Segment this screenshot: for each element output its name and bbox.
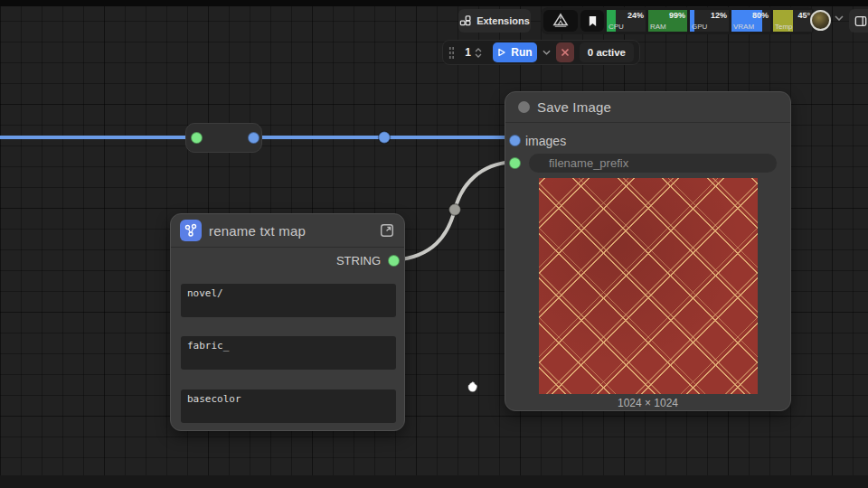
gpu-label: GPU [692, 23, 707, 31]
app-logo-icon [551, 13, 571, 29]
prefix-text-field[interactable]: fabric_ [181, 336, 396, 370]
batch-count-stepper[interactable]: 1 [459, 46, 487, 59]
temp-label: Temp [775, 23, 793, 31]
cpu-value: 24% [627, 11, 644, 20]
node-graph-icon [180, 220, 202, 241]
system-monitor-bar: CPU 24% RAM 99% GPU 12% VRAM 80% Temp 45… [541, 7, 815, 34]
link-dot-blue[interactable] [379, 132, 391, 144]
cpu-monitor: CPU 24% [607, 10, 646, 32]
string-output-socket[interactable] [388, 255, 400, 267]
save-image-node-header[interactable]: Save Image [505, 92, 790, 123]
panel-toggle-icon [854, 15, 867, 27]
run-button-label: Run [511, 46, 532, 59]
gpu-value: 12% [711, 11, 727, 20]
drag-handle[interactable] [448, 46, 454, 59]
extensions-label: Extensions [476, 15, 530, 26]
active-jobs-badge: 0 active [580, 42, 634, 62]
extensions-icon [459, 15, 471, 27]
gpu-monitor: GPU 12% [690, 10, 729, 32]
mini-node-input-socket[interactable] [248, 132, 259, 144]
rename-txt-map-node[interactable]: rename txt map STRING novel/ fabric_ bas… [170, 213, 405, 431]
run-options-chevron-icon[interactable] [542, 50, 551, 55]
stepper-down-icon[interactable] [475, 53, 482, 58]
user-avatar[interactable] [810, 10, 831, 31]
node-title: Save Image [537, 99, 611, 115]
saved-image-preview[interactable] [539, 178, 758, 394]
rename-node-header[interactable]: rename txt map [171, 214, 404, 248]
play-icon [497, 48, 506, 57]
images-input-label: images [525, 134, 566, 148]
image-dimensions-label: 1024 × 1024 [505, 397, 790, 409]
run-button[interactable]: Run [493, 42, 537, 62]
app-logo-button[interactable] [543, 10, 578, 32]
node-editor-canvas[interactable]: Save Image images filename_prefix 1024 ×… [0, 0, 868, 488]
filename-prefix-input-socket[interactable] [509, 157, 521, 169]
ram-label: RAM [650, 23, 666, 31]
string-output-label: STRING [336, 254, 381, 267]
avatar-chevron-down-icon[interactable] [835, 15, 844, 21]
mini-node-output-socket[interactable] [191, 132, 203, 144]
grab-hand-cursor [464, 379, 480, 395]
temp-monitor: Temp 45° [773, 10, 812, 32]
extensions-button[interactable]: Extensions [458, 9, 531, 33]
toggle-sidebar-button[interactable] [849, 9, 868, 33]
node-collapse-dot[interactable] [518, 101, 530, 113]
vram-monitor: VRAM 80% [731, 10, 770, 32]
path-text-field[interactable]: novel/ [181, 284, 396, 317]
close-icon [561, 48, 570, 57]
vram-value: 80% [752, 11, 769, 20]
ram-value: 99% [669, 11, 685, 20]
batch-count-value: 1 [465, 46, 471, 59]
stepper-up-icon[interactable] [475, 48, 482, 52]
cancel-button[interactable] [556, 42, 574, 62]
images-input-socket[interactable] [509, 135, 521, 146]
vram-label: VRAM [733, 23, 754, 31]
save-image-node[interactable]: Save Image images filename_prefix 1024 ×… [505, 91, 791, 411]
temp-value: 45° [797, 11, 810, 20]
filename-prefix-widget[interactable]: filename_prefix [529, 154, 777, 173]
suffix-text-field[interactable]: basecolor [181, 389, 396, 423]
collapsed-node[interactable] [185, 123, 262, 153]
expand-node-icon[interactable] [379, 222, 395, 239]
node-title: rename txt map [209, 223, 306, 239]
ram-monitor: RAM 99% [648, 10, 687, 32]
bookmark-icon [588, 15, 598, 27]
run-control-bar: 1 Run 0 active [442, 40, 640, 65]
link-dot-gray[interactable] [449, 204, 461, 216]
stepper-arrows[interactable] [475, 48, 482, 58]
cpu-label: CPU [609, 23, 624, 31]
bookmark-button[interactable] [580, 10, 604, 32]
